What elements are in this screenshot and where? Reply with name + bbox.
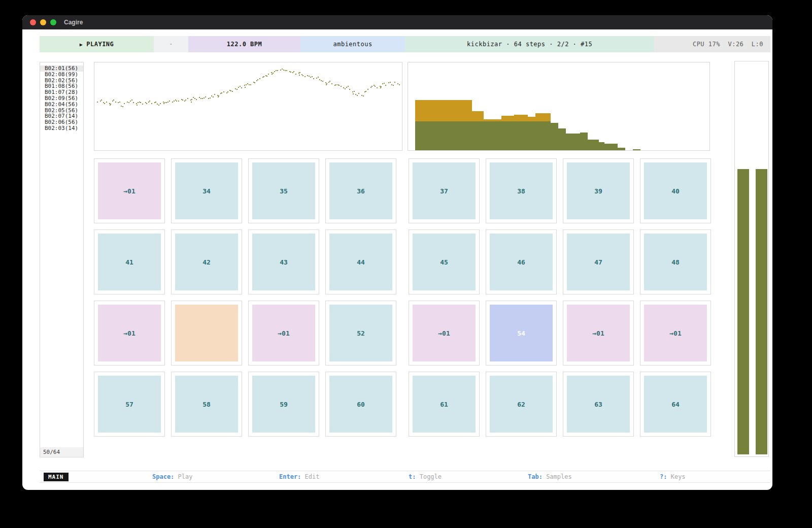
waveform-dot xyxy=(221,92,222,93)
grid-cell-fill: 47 xyxy=(567,234,630,290)
grid-cell[interactable]: 52 xyxy=(325,301,396,366)
grid-cell-label: →01 xyxy=(278,329,289,337)
grid-cell[interactable]: →01 xyxy=(94,301,165,366)
grid-cell[interactable]: →01 xyxy=(94,158,165,223)
histogram-bar-green xyxy=(618,148,625,150)
grid-cell-fill: 48 xyxy=(644,234,707,290)
close-button[interactable] xyxy=(30,19,36,25)
grid-cell[interactable] xyxy=(171,301,242,366)
system-stats: CPU 17% V:26 L:0 xyxy=(654,36,770,52)
grid-cell[interactable]: 61 xyxy=(409,372,480,437)
mode-badge: MAIN xyxy=(44,473,69,481)
key-hint-key: ?: xyxy=(660,473,667,480)
key-hint-desc: Samples xyxy=(543,473,572,480)
grid-cell[interactable]: 39 xyxy=(563,158,634,223)
grid-cell[interactable]: 37 xyxy=(409,158,480,223)
waveform-dot xyxy=(218,96,219,97)
grid-cell[interactable]: 46 xyxy=(486,229,557,294)
grid-cell[interactable]: →01 xyxy=(563,301,634,366)
waveform-dot xyxy=(155,102,156,103)
grid-cell[interactable]: 60 xyxy=(325,372,396,437)
traffic-lights xyxy=(30,19,56,25)
grid-cell-fill: 46 xyxy=(490,234,553,290)
grid-cell[interactable]: 34 xyxy=(171,158,242,223)
grid-cell[interactable]: 57 xyxy=(94,372,165,437)
waveform-dot xyxy=(282,69,283,70)
waveform-dot xyxy=(160,103,161,104)
waveform-dot xyxy=(191,102,192,103)
transport-status-label: PLAYING xyxy=(86,41,114,48)
histogram-bar-green xyxy=(633,149,640,150)
waveform-dot xyxy=(214,94,215,95)
grid-cell[interactable]: 64 xyxy=(640,372,711,437)
waveform-dot xyxy=(97,102,98,103)
grid-cell[interactable]: 62 xyxy=(486,372,557,437)
grid-cell-fill: 54 xyxy=(490,305,553,361)
waveform-dot xyxy=(394,82,395,83)
grid-cell[interactable]: →01 xyxy=(248,301,319,366)
grid-cell[interactable]: 54 xyxy=(486,301,557,366)
grid-cell[interactable]: 42 xyxy=(171,229,242,294)
waveform-dot xyxy=(250,84,251,85)
grid-cell[interactable]: →01 xyxy=(409,301,480,366)
histogram-bar-mustard xyxy=(528,117,535,121)
minimize-button[interactable] xyxy=(40,19,46,25)
app-window: Cagire ▶PLAYING·122.0 BPMambientouskickb… xyxy=(22,15,772,490)
waveform-dot xyxy=(204,97,205,98)
grid-cell[interactable]: 40 xyxy=(640,158,711,223)
grid-cell[interactable]: 58 xyxy=(171,372,242,437)
waveform-dot xyxy=(113,100,114,101)
waveform-dot xyxy=(367,89,368,90)
scatter-plot xyxy=(94,62,402,151)
grid-cell[interactable]: 36 xyxy=(325,158,396,223)
grid-cell[interactable]: 38 xyxy=(486,158,557,223)
grid-cell-label: 34 xyxy=(202,187,211,195)
empty-slot: · xyxy=(154,36,188,52)
grid-cell[interactable]: 45 xyxy=(409,229,480,294)
grid-cell[interactable]: 35 xyxy=(248,158,319,223)
grid-cell-fill: 64 xyxy=(644,376,707,433)
key-hint-desc: Edit xyxy=(301,473,319,480)
grid-cell[interactable]: 63 xyxy=(563,372,634,437)
grid-cell-label: 45 xyxy=(440,258,448,266)
grid-cell[interactable]: 48 xyxy=(640,229,711,294)
waveform-dot xyxy=(326,84,327,85)
grid-cell-fill: 45 xyxy=(413,234,476,290)
length-histogram xyxy=(408,62,710,151)
zoom-button[interactable] xyxy=(50,19,56,25)
grid-cell[interactable]: 43 xyxy=(248,229,319,294)
grid-cell[interactable]: 44 xyxy=(325,229,396,294)
sample-list-item[interactable]: B02:08(99) xyxy=(40,72,83,78)
grid-cell-label: 57 xyxy=(125,401,133,408)
grid-cell-fill: 39 xyxy=(567,162,630,219)
key-hint: Space: Play xyxy=(152,473,192,480)
sample-list-item[interactable]: B02:04(56) xyxy=(40,102,83,108)
waveform-dot xyxy=(341,86,342,87)
grid-cell[interactable]: 59 xyxy=(248,372,319,437)
grid-cell-fill: 36 xyxy=(329,162,392,219)
grid-cell[interactable]: 47 xyxy=(563,229,634,294)
waveform-dot xyxy=(263,76,264,77)
waveform-dot xyxy=(377,87,378,88)
grid-cell[interactable]: 41 xyxy=(94,229,165,294)
title-bar: Cagire xyxy=(22,15,772,29)
grid-cell[interactable]: →01 xyxy=(640,301,711,366)
waveform-dot xyxy=(122,106,123,107)
grid-cell-label: →01 xyxy=(438,329,450,337)
grid-cell-fill xyxy=(175,305,238,361)
histogram-bar-green xyxy=(599,142,604,150)
grid-cell-fill: 37 xyxy=(413,162,476,219)
grid-cell-fill: 44 xyxy=(329,234,392,290)
waveform-dot xyxy=(142,104,143,105)
waveform-dot xyxy=(299,72,300,73)
sample-list-item[interactable]: B02:03(14) xyxy=(40,125,83,131)
waveform-dot xyxy=(358,93,359,94)
waveform-dot xyxy=(176,101,177,102)
play-icon: ▶ xyxy=(80,42,83,47)
status-bar: ▶PLAYING·122.0 BPMambientouskickbizar · … xyxy=(40,36,770,52)
waveform-dot xyxy=(182,100,183,101)
transport-status: ▶PLAYING xyxy=(40,36,154,52)
histogram-bar-green xyxy=(415,121,551,150)
sample-list-item[interactable]: B02:09(56) xyxy=(40,95,83,102)
waveform-dot xyxy=(293,71,294,72)
